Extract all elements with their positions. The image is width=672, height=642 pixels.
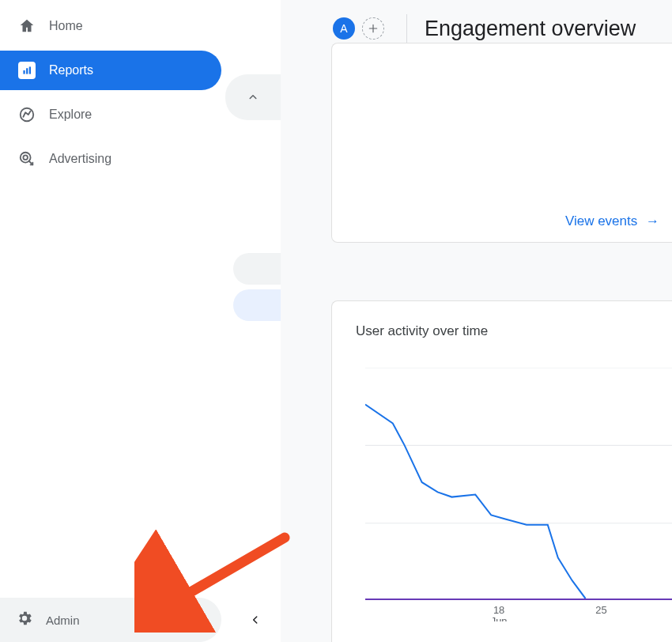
secondary-nav bbox=[225, 0, 281, 642]
chevron-up-toggle[interactable] bbox=[225, 74, 281, 120]
divider bbox=[406, 14, 407, 43]
gear-icon bbox=[16, 610, 33, 630]
x-month: Jun bbox=[491, 615, 508, 621]
svg-rect-1 bbox=[23, 70, 25, 74]
nav-advertising-label: Advertising bbox=[49, 152, 111, 166]
page-title: Engagement overview bbox=[425, 17, 636, 41]
x-tick: 25 bbox=[595, 603, 606, 615]
events-card: View events → bbox=[331, 43, 672, 243]
home-icon bbox=[17, 17, 36, 36]
card-title: User activity over time bbox=[332, 301, 672, 339]
svg-rect-3 bbox=[29, 66, 31, 74]
secondary-nav-items bbox=[233, 253, 281, 326]
chevron-up-icon bbox=[246, 90, 260, 104]
secondary-nav-item[interactable] bbox=[233, 253, 281, 285]
avatar[interactable]: A bbox=[333, 17, 355, 40]
x-tick: 18 bbox=[493, 603, 504, 615]
main-content: A Engagement overview View events → User… bbox=[281, 0, 672, 642]
nav-admin-label: Admin bbox=[46, 614, 80, 627]
nav-explore-label: Explore bbox=[49, 108, 92, 122]
arrow-right-icon: → bbox=[646, 213, 659, 228]
nav-explore[interactable]: Explore bbox=[0, 95, 221, 134]
user-activity-chart: 18 25 Jun bbox=[365, 368, 672, 621]
sidebar: Home Reports Explore Advertising bbox=[0, 0, 225, 642]
user-activity-card: User activity over time 18 25 Jun bbox=[331, 300, 672, 642]
nav-advertising[interactable]: Advertising bbox=[0, 139, 221, 179]
nav-home-label: Home bbox=[49, 19, 83, 33]
explore-icon bbox=[17, 105, 36, 124]
view-events-link[interactable]: View events → bbox=[565, 213, 659, 229]
svg-point-6 bbox=[23, 155, 28, 160]
collapse-nav-button[interactable] bbox=[240, 604, 271, 636]
nav-reports[interactable]: Reports bbox=[0, 51, 221, 90]
reports-icon bbox=[17, 61, 36, 80]
nav-admin[interactable]: Admin bbox=[0, 598, 221, 642]
chevron-left-icon bbox=[250, 614, 261, 625]
view-events-label: View events bbox=[565, 213, 637, 228]
svg-rect-2 bbox=[26, 68, 28, 74]
add-segment-button[interactable] bbox=[362, 17, 384, 40]
nav-reports-label: Reports bbox=[49, 63, 93, 77]
secondary-nav-item-active[interactable] bbox=[233, 289, 281, 321]
svg-point-4 bbox=[21, 108, 34, 122]
advertising-icon bbox=[17, 149, 36, 168]
nav-home[interactable]: Home bbox=[0, 6, 221, 46]
plus-icon bbox=[368, 23, 379, 34]
